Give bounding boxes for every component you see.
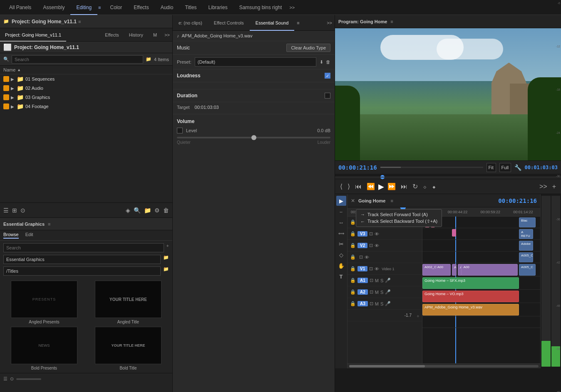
list-item[interactable]: ▶ 📁 04 Footage (0, 102, 172, 111)
track-mic-icon[interactable]: 🎤 (385, 289, 391, 295)
list-item[interactable]: ▶ 📁 01 Sequences (0, 74, 172, 84)
settings-icon[interactable]: ⚙ (154, 207, 160, 214)
clip-v3-1[interactable] (452, 229, 456, 237)
icon-view-icon[interactable]: ◈ (126, 207, 130, 214)
clip-v1-2[interactable]: A005 (452, 264, 457, 276)
eg-template-item[interactable]: YOUR TITLE HERE Bold Title (87, 327, 169, 370)
timeline-close-icon[interactable]: ✕ (351, 198, 355, 204)
track-settings-icon[interactable]: ⊡ (369, 243, 373, 248)
nav-audio[interactable]: Audio (155, 0, 179, 15)
new-folder-icon[interactable]: 📁 (144, 207, 151, 214)
clip-a3[interactable]: APM_Adobe_Going Home_v3.wav (422, 304, 519, 316)
track-lock-icon[interactable]: 🔒 (350, 254, 356, 260)
step-forward-icon[interactable]: ⏩ (386, 182, 397, 190)
clip-v3-2[interactable]: A RETU (519, 229, 533, 239)
clip-v1-4[interactable]: A00 (461, 264, 518, 276)
quality-select[interactable]: Full (499, 163, 511, 172)
overwrite-icon[interactable]: ⬥ (430, 183, 438, 190)
playhead-scrub-bar[interactable] (335, 174, 561, 179)
clip-v1-1[interactable]: A002_C A00 (422, 264, 451, 276)
go-to-out-icon[interactable]: ⏭ (399, 183, 409, 190)
insert-icon[interactable]: ⬦ (421, 183, 429, 190)
timeline-scrollbar[interactable] (348, 363, 540, 368)
track-lock-icon[interactable]: 🔒 (350, 219, 356, 225)
more-controls-icon[interactable]: >> (538, 183, 549, 190)
search2-icon[interactable]: 🔍 (134, 207, 141, 214)
slip-tool-btn[interactable]: ◇ (336, 250, 346, 260)
panel-tabs-more[interactable]: >> (162, 28, 172, 42)
nav-samsung-bins[interactable]: Samsung bins right (233, 0, 288, 15)
nav-effects[interactable]: Effects (128, 0, 154, 15)
eg-edit-tab[interactable]: Edit (25, 232, 33, 239)
effects-tab[interactable]: Effects (100, 28, 124, 42)
eg-template-item[interactable]: YOUR TITLE HERE Angled Title (87, 281, 169, 324)
expand-arrow-icon[interactable]: ▶ (11, 95, 14, 100)
eg-browse-tab[interactable]: Browse (3, 232, 19, 239)
clip-v4-1[interactable] (425, 217, 429, 227)
track-settings-icon[interactable]: ⊡ (369, 219, 373, 225)
razor-tool-btn[interactable]: ✂ (336, 239, 346, 249)
no-clips-tab[interactable]: e: (no clips) (173, 15, 208, 31)
eg-zoom-icon[interactable]: ⊙ (10, 376, 14, 382)
track-eye-icon[interactable]: 👁 (375, 220, 379, 225)
track-settings-icon[interactable]: ⊡ (370, 289, 373, 295)
go-to-in-icon[interactable]: ⏮ (353, 183, 363, 190)
project-menu-icon[interactable]: ≡ (78, 19, 81, 24)
track-eye-icon[interactable]: 👁 (375, 232, 379, 237)
track-eye-icon[interactable]: 👁 (365, 255, 369, 260)
nav-color[interactable]: Color (104, 0, 128, 15)
nav-more-icon[interactable]: >> (289, 5, 295, 10)
track-eye-icon[interactable]: 👁 (375, 243, 379, 248)
type-tool-btn[interactable]: T (336, 271, 346, 281)
timeline-timecode[interactable]: 00:00:21:16 (498, 197, 537, 204)
play-button[interactable]: ▶ (378, 182, 384, 191)
eg-list-view-icon[interactable]: ☰ (3, 376, 7, 382)
loop-icon[interactable]: ↻ (411, 182, 420, 190)
timeline-menu-icon[interactable]: ≡ (390, 198, 393, 203)
eg-menu-icon[interactable]: ≡ (48, 222, 50, 227)
eg-template-item[interactable]: NEWS Bold Presents (3, 327, 85, 370)
track-settings-icon[interactable]: ⊡ (370, 301, 373, 306)
rolling-edit-btn[interactable]: ⟺ (336, 228, 346, 238)
clear-audio-type-button[interactable]: Clear Audio Type (286, 44, 330, 52)
delete-icon[interactable]: 🗑 (163, 207, 169, 214)
eg-source-select[interactable]: Essential Graphics (3, 255, 161, 264)
middle-tabs-more[interactable]: >> (324, 15, 335, 31)
clip-v1-5[interactable]: A005_C (519, 264, 536, 276)
track-lock-icon[interactable]: 🔒 (350, 278, 356, 283)
loudness-checkbox[interactable] (325, 73, 330, 79)
essential-sound-menu-icon[interactable]: ≡ (297, 20, 299, 25)
track-lock-icon[interactable]: 🔒 (350, 266, 356, 271)
history-tab[interactable]: History (124, 28, 148, 42)
scrollbar-thumb[interactable] (349, 365, 425, 367)
browse-folder-icon[interactable]: 📁 (146, 57, 151, 62)
expand-arrow-icon[interactable]: ▶ (11, 86, 14, 91)
clip-v4-3[interactable]: Blac (519, 217, 536, 227)
selection-tool-btn[interactable]: ▶ (336, 196, 346, 206)
ripple-edit-btn[interactable]: ↔ (336, 217, 346, 227)
track-select-btn[interactable]: ↔ (336, 207, 346, 217)
list-item[interactable]: ▶ 📁 03 Graphics (0, 93, 172, 102)
track-settings-icon[interactable]: ⊡ (369, 231, 373, 237)
sort-arrow-icon[interactable]: ▲ (17, 68, 21, 72)
solo-clip-icon[interactable]: ⬦ (417, 313, 420, 318)
markers-tab[interactable]: M (148, 28, 162, 42)
track-eye-icon[interactable]: 👁 (375, 266, 379, 271)
clip-a1[interactable]: Going Home – SFX.mp3 (422, 277, 519, 289)
eg-add-icon[interactable]: + (166, 243, 169, 252)
editing-menu-icon[interactable]: ≡ (98, 5, 101, 10)
expand-arrow-icon[interactable]: ▶ (11, 104, 14, 109)
volume-slider[interactable] (177, 137, 330, 138)
clip-v4-2[interactable] (431, 217, 435, 227)
eg-zoom-slider[interactable] (16, 378, 41, 380)
eg-template-item[interactable]: PRESENTS Angled Presents (3, 281, 85, 324)
nav-editing[interactable]: Editing (70, 0, 97, 15)
eg-folder-icon[interactable]: 📁 (163, 255, 169, 264)
track-lock-icon[interactable]: 🔒 (350, 289, 356, 295)
monitor-menu-icon[interactable]: ≡ (390, 19, 393, 24)
track-mic-icon[interactable]: 🎤 (385, 301, 391, 306)
settings-wrench-icon[interactable]: 🔧 (514, 164, 521, 171)
slider-thumb[interactable] (251, 135, 256, 140)
clip-a2[interactable]: Going Home – VO.mp3 (422, 291, 519, 302)
clip-v2-1[interactable]: Adobe (519, 241, 533, 251)
